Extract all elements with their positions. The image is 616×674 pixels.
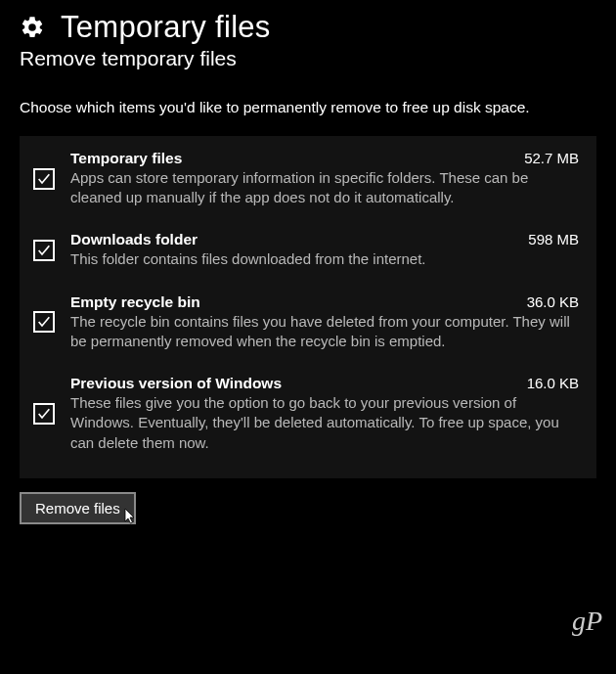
item-title: Empty recycle bin — [70, 293, 200, 311]
file-list-panel: Temporary files 52.7 MB Apps can store t… — [20, 136, 596, 478]
item-title: Temporary files — [70, 150, 182, 167]
checkbox-downloads-folder[interactable] — [33, 240, 55, 261]
item-description: This folder contains files downloaded fr… — [70, 249, 579, 269]
checkbox-previous-windows[interactable] — [33, 403, 55, 425]
item-title: Downloads folder — [70, 231, 198, 248]
button-label: Remove files — [35, 500, 120, 517]
item-size: 36.0 KB — [527, 293, 579, 310]
list-item: Temporary files 52.7 MB Apps can store t… — [33, 150, 579, 208]
intro-text: Choose which items you'd like to permane… — [20, 98, 596, 118]
page-header: Temporary files — [20, 10, 596, 45]
item-size: 52.7 MB — [524, 150, 579, 166]
checkbox-recycle-bin[interactable] — [33, 311, 55, 333]
list-item: Previous version of Windows 16.0 KB Thes… — [33, 375, 579, 453]
item-description: The recycle bin contains files you have … — [70, 312, 579, 352]
checkbox-temporary-files[interactable] — [33, 168, 55, 190]
page-title: Temporary files — [61, 10, 271, 45]
list-item: Downloads folder 598 MB This folder cont… — [33, 231, 579, 269]
watermark: gP — [572, 606, 602, 637]
item-title: Previous version of Windows — [70, 375, 282, 392]
list-item: Empty recycle bin 36.0 KB The recycle bi… — [33, 293, 579, 352]
item-size: 16.0 KB — [527, 375, 579, 391]
item-size: 598 MB — [528, 231, 579, 247]
item-description: Apps can store temporary information in … — [70, 168, 579, 208]
gear-icon — [20, 15, 45, 40]
cursor-icon — [124, 508, 136, 525]
remove-files-button[interactable]: Remove files — [20, 492, 136, 524]
item-description: These files give you the option to go ba… — [70, 393, 579, 453]
page-subtitle: Remove temporary files — [20, 47, 596, 70]
